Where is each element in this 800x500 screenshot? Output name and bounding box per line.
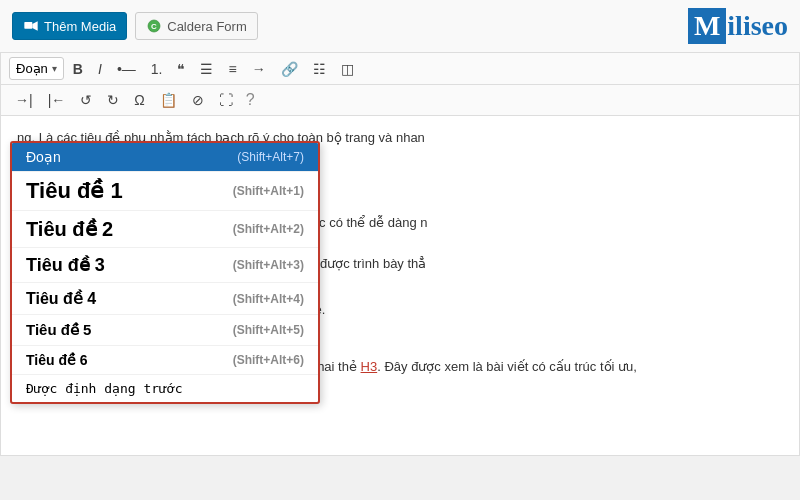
format-dropdown: Đoạn (Shift+Alt+7) Tiêu đề 1 (Shift+Alt+… [10, 141, 320, 404]
logo-rest: iliseo [727, 10, 788, 42]
format-toolbar-row1: Đoạn ▾ B I •— 1. ❝ ☰ ≡ → 🔗 ☷ ◫ [0, 53, 800, 85]
svg-rect-0 [24, 22, 32, 29]
table-button[interactable]: ◫ [335, 58, 360, 80]
format-select[interactable]: Đoạn ▾ [9, 57, 64, 80]
dropdown-shortcut-h4: (Shift+Alt+4) [233, 292, 304, 306]
dropdown-label-h1: Tiêu đề 1 [26, 178, 123, 204]
clear-format-button[interactable]: ⊘ [186, 89, 210, 111]
dropdown-label-h2: Tiêu đề 2 [26, 217, 113, 241]
dropdown-item-h6[interactable]: Tiêu đề 6 (Shift+Alt+6) [12, 346, 318, 375]
chevron-down-icon: ▾ [52, 63, 57, 74]
svg-marker-1 [32, 21, 37, 30]
dropdown-shortcut-h3: (Shift+Alt+3) [233, 258, 304, 272]
dropdown-label-h4: Tiêu đề 4 [26, 289, 96, 308]
blockquote-button[interactable]: ❝ [171, 58, 191, 80]
add-media-label: Thêm Media [44, 19, 116, 34]
link-button[interactable]: 🔗 [275, 58, 304, 80]
dropdown-item-h1[interactable]: Tiêu đề 1 (Shift+Alt+1) [12, 172, 318, 211]
editor-wrapper: Đoạn ▾ B I •— 1. ❝ ☰ ≡ → 🔗 ☷ ◫ →| |← ↺ ↻… [0, 53, 800, 456]
h3-link[interactable]: H3 [361, 359, 378, 374]
toolbar-left: Thêm Media C Caldera Form [12, 12, 258, 40]
add-media-button[interactable]: Thêm Media [12, 12, 127, 40]
caldera-form-button[interactable]: C Caldera Form [135, 12, 257, 40]
dropdown-item-doan[interactable]: Đoạn (Shift+Alt+7) [12, 143, 318, 172]
format-toolbar-row2: →| |← ↺ ↻ Ω 📋 ⊘ ⛶ ? [0, 85, 800, 116]
unordered-list-button[interactable]: •— [111, 58, 142, 80]
justify-button[interactable]: ☷ [307, 58, 332, 80]
dropdown-item-h4[interactable]: Tiêu đề 4 (Shift+Alt+4) [12, 283, 318, 315]
dropdown-label-h6: Tiêu đề 6 [26, 352, 88, 368]
ex-text4: . Đây được xem là bài viết có cấu trúc t… [377, 359, 637, 374]
top-toolbar: Thêm Media C Caldera Form Miliseo [0, 0, 800, 53]
dropdown-shortcut-h6: (Shift+Alt+6) [233, 353, 304, 367]
dropdown-label-h5: Tiêu đề 5 [26, 321, 91, 339]
dropdown-item-h2[interactable]: Tiêu đề 2 (Shift+Alt+2) [12, 211, 318, 248]
redo-button[interactable]: ↻ [101, 89, 125, 111]
ordered-list-button[interactable]: 1. [145, 58, 169, 80]
help-button[interactable]: ? [246, 91, 255, 109]
paste-text-button[interactable]: 📋 [154, 89, 183, 111]
media-icon [23, 18, 39, 34]
dropdown-item-pre[interactable]: Được định dạng trước [12, 375, 318, 402]
dropdown-label-pre: Được định dạng trước [26, 381, 183, 396]
align-left-button[interactable]: ☰ [194, 58, 219, 80]
logo: Miliseo [688, 8, 788, 44]
special-char-button[interactable]: Ω [128, 89, 150, 111]
italic-button[interactable]: I [92, 58, 108, 80]
dropdown-label-doan: Đoạn [26, 149, 61, 165]
caldera-label: Caldera Form [167, 19, 246, 34]
caldera-icon: C [146, 18, 162, 34]
dropdown-shortcut-h5: (Shift+Alt+5) [233, 323, 304, 337]
align-center-button[interactable]: ≡ [222, 58, 242, 80]
dropdown-item-h5[interactable]: Tiêu đề 5 (Shift+Alt+5) [12, 315, 318, 346]
undo-button[interactable]: ↺ [74, 89, 98, 111]
svg-text:C: C [151, 22, 157, 31]
outdent-button[interactable]: |← [42, 89, 72, 111]
format-select-label: Đoạn [16, 61, 48, 76]
dropdown-shortcut-h1: (Shift+Alt+1) [233, 184, 304, 198]
logo-m: M [688, 8, 726, 44]
bold-button[interactable]: B [67, 58, 89, 80]
bullet-text1-end: . [322, 302, 326, 317]
help-label: ? [246, 91, 255, 108]
fullscreen-button[interactable]: ⛶ [213, 89, 239, 111]
dropdown-shortcut-h2: (Shift+Alt+2) [233, 222, 304, 236]
dropdown-label-h3: Tiêu đề 3 [26, 254, 105, 276]
dropdown-item-h3[interactable]: Tiêu đề 3 (Shift+Alt+3) [12, 248, 318, 283]
align-right-button[interactable]: → [246, 58, 272, 80]
dropdown-shortcut-doan: (Shift+Alt+7) [237, 150, 304, 164]
indent-button[interactable]: →| [9, 89, 39, 111]
